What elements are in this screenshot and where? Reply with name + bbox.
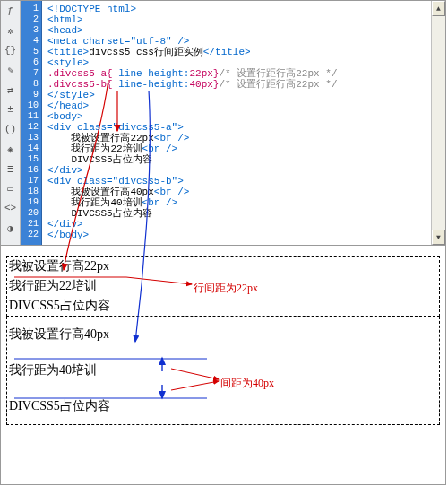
line-number: 15: [21, 154, 39, 165]
line-number: 17: [21, 176, 39, 187]
css-comment: /* 设置行距行高22px */: [219, 68, 337, 79]
line-number: 8: [21, 79, 39, 90]
code-token: <!DOCTYPE html>: [47, 4, 136, 14]
line-number: 19: [21, 197, 39, 208]
line-number: 6: [21, 57, 39, 68]
code-editor: ƒ ✲ {} ✎ ⇄ ± () ◈ ≣ ▭ <> ◑ 1 2 3 4 5 6 7…: [1, 1, 445, 246]
css-value: 22px: [189, 68, 212, 79]
code-text-area[interactable]: <!DOCTYPE html> <html> <head> <meta char…: [42, 1, 431, 245]
editor-icon-toolbar: ƒ ✲ {} ✎ ⇄ ± () ◈ ≣ ▭ <> ◑: [1, 1, 21, 245]
code-token: </style>: [47, 90, 95, 100]
css-prop: line-height: [118, 68, 184, 79]
badge-icon[interactable]: ◈: [4, 142, 18, 156]
preview-line: 我行距为22培训: [9, 276, 437, 296]
line-number: 18: [21, 187, 39, 197]
line-number: 4: [21, 36, 39, 47]
line-number: 2: [21, 14, 39, 25]
css-comment: /* 设置行距行高22px */: [219, 79, 337, 90]
tag-icon[interactable]: <>: [4, 201, 18, 215]
title-text: divcss5 css行间距实例: [89, 47, 203, 57]
preview-box-b: 我被设置行高40px 我行距为40培训 DIVCSS5占位内容: [6, 317, 440, 425]
palette-icon[interactable]: ◑: [4, 221, 18, 235]
line-number: 11: [21, 111, 39, 122]
preview-line: 我行距为40培训: [9, 352, 437, 388]
br-tag: <br />: [142, 143, 178, 154]
line-number: 21: [21, 219, 39, 230]
code-token: </div>: [47, 165, 83, 176]
plus-minus-icon[interactable]: ±: [4, 102, 18, 117]
line-number: 22: [21, 230, 39, 240]
scroll-track[interactable]: [432, 16, 445, 230]
list-icon[interactable]: ≣: [4, 161, 18, 176]
preview-line: DIVCSS5占位内容: [9, 296, 437, 316]
code-token: <div class="divcss5-a">: [47, 122, 184, 133]
code-token: <meta charset="utf-8" />: [47, 36, 189, 47]
line-number: 5: [21, 47, 39, 57]
code-token: <body>: [47, 111, 83, 122]
css-prop: line-height: [118, 79, 184, 90]
wand-icon[interactable]: ✎: [4, 63, 18, 77]
code-token: </body>: [47, 230, 89, 240]
code-token: <html>: [47, 14, 83, 25]
arrows-icon[interactable]: ⇄: [4, 83, 18, 97]
app-frame: ƒ ✲ {} ✎ ⇄ ± () ◈ ≣ ▭ <> ◑ 1 2 3 4 5 6 7…: [0, 0, 446, 485]
code-body-text: 我行距为40培训: [71, 197, 142, 208]
code-token: </head>: [47, 100, 89, 111]
css-selector-a: .divcss5-a: [47, 68, 107, 79]
line-number: 3: [21, 25, 39, 36]
line-number: 12: [21, 122, 39, 133]
line-number: 10: [21, 100, 39, 111]
code-body-text: 我被设置行高22px: [71, 133, 153, 143]
br-tag: <br />: [154, 133, 190, 143]
line-number: 1: [21, 4, 39, 14]
vertical-scrollbar[interactable]: ▲ ▼: [431, 1, 445, 245]
braces-icon[interactable]: {}: [4, 43, 18, 57]
line-number: 7: [21, 68, 39, 79]
preview-pane: 我被设置行高22px 我行距为22培训 DIVCSS5占位内容 我被设置行高40…: [1, 250, 445, 484]
code-body-text: 我行距为22培训: [71, 143, 142, 154]
preview-line: DIVCSS5占位内容: [9, 388, 437, 424]
code-body-text: 我被设置行高40px: [71, 187, 153, 197]
gear-icon[interactable]: ✲: [4, 23, 18, 38]
br-tag: <br />: [154, 187, 190, 197]
code-token: <head>: [47, 25, 83, 36]
screen-icon[interactable]: ▭: [4, 181, 18, 196]
line-number: 9: [21, 90, 39, 100]
code-token: </div>: [47, 219, 83, 230]
code-token: <div class="divcss5-b">: [47, 176, 184, 187]
scroll-down-arrow-icon[interactable]: ▼: [432, 230, 445, 245]
preview-box-a: 我被设置行高22px 我行距为22培训 DIVCSS5占位内容: [6, 256, 440, 317]
code-body-text: DIVCSS5占位内容: [71, 154, 151, 165]
br-tag: <br />: [142, 197, 178, 208]
curly-icon[interactable]: (): [4, 122, 18, 136]
code-body-text: DIVCSS5占位内容: [71, 208, 151, 219]
line-number: 16: [21, 165, 39, 176]
css-selector-b: .divcss5-b: [47, 79, 107, 90]
preview-line: 我被设置行高40px: [9, 317, 437, 352]
line-number: 13: [21, 133, 39, 143]
scroll-up-arrow-icon[interactable]: ▲: [432, 1, 445, 16]
css-value: 40px: [189, 79, 212, 90]
line-number: 14: [21, 143, 39, 154]
fx-icon[interactable]: ƒ: [4, 4, 18, 18]
line-number-gutter: 1 2 3 4 5 6 7 8 9 10 11 12 13 14 15 16 1…: [21, 1, 42, 245]
line-number: 20: [21, 208, 39, 219]
code-token: <style>: [47, 57, 89, 68]
preview-line: 我被设置行高22px: [9, 257, 437, 276]
